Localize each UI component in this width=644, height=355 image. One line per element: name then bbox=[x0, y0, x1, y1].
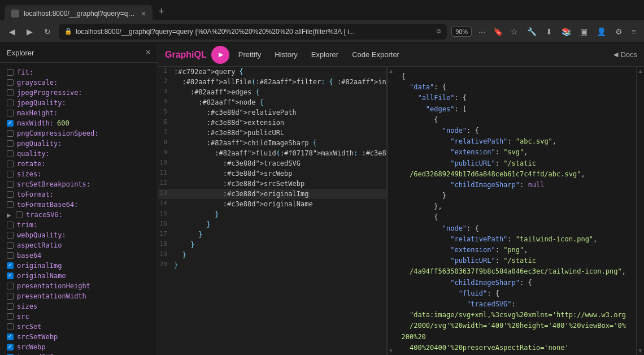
explorer-item-quality[interactable]: quality: bbox=[0, 149, 158, 159]
execute-button[interactable] bbox=[211, 46, 229, 64]
explorer-checkbox[interactable] bbox=[7, 181, 14, 188]
explorer-item-traceSVG[interactable]: ▶traceSVG: bbox=[0, 210, 158, 220]
explorer-checkbox[interactable] bbox=[7, 262, 14, 269]
explorer-item-srcSetWebp[interactable]: srcSetWebp bbox=[0, 332, 158, 342]
query-editor[interactable]: 1:#c792ea">query {2 :#82aaff">allFile(:#… bbox=[158, 67, 387, 355]
result-line: "edges": [ bbox=[402, 104, 630, 115]
graphiql-toolbar: GraphiQL Prettify History Explorer Code … bbox=[158, 43, 644, 67]
explorer-item-toFormat[interactable]: toFormat: bbox=[0, 189, 158, 200]
explorer-checkbox[interactable] bbox=[7, 272, 14, 279]
explorer-item-sizes[interactable]: sizes bbox=[0, 301, 158, 311]
explorer-checkbox[interactable] bbox=[7, 110, 14, 116]
explorer-item-jpegProgressive[interactable]: jpegProgressive: bbox=[0, 88, 158, 98]
explorer-item-label: srcSetWebp bbox=[17, 333, 58, 341]
explorer-checkbox[interactable] bbox=[7, 140, 14, 147]
editor-scroll-gutter[interactable]: ▲ ▼ bbox=[387, 67, 395, 355]
explorer-item-srcSetBreakpoints[interactable]: srcSetBreakpoints: bbox=[0, 179, 158, 189]
explorer-item-srcWebp[interactable]: srcWebp bbox=[0, 342, 158, 352]
library-icon[interactable]: 📚 bbox=[559, 25, 573, 38]
explorer-item-fit[interactable]: fit: bbox=[0, 67, 158, 77]
scroll-up-arrow[interactable]: ▲ bbox=[387, 67, 395, 75]
explorer-checkbox[interactable] bbox=[16, 211, 23, 218]
explorer-checkbox[interactable] bbox=[7, 89, 14, 96]
explorer-item-rotate[interactable]: rotate: bbox=[0, 159, 158, 169]
explorer-item-sizes[interactable]: sizes: bbox=[0, 169, 158, 179]
explorer-checkbox[interactable] bbox=[7, 130, 14, 137]
code-content: 1:#c792ea">query {2 :#82aaff">allFile(:#… bbox=[158, 67, 386, 270]
explorer-item-originalImg[interactable]: originalImg bbox=[0, 261, 158, 271]
explorer-item-src[interactable]: src bbox=[0, 311, 158, 322]
code-exporter-button[interactable]: Code Exporter bbox=[347, 48, 404, 61]
active-tab[interactable]: localhost:8000/__graphql?query=query {%0… bbox=[5, 5, 153, 22]
explorer-item-maxWidth[interactable]: maxWidth: 600 bbox=[0, 118, 158, 128]
explorer-checkbox[interactable] bbox=[7, 323, 14, 330]
explorer-item-toFormatBase64[interactable]: toFormatBase64: bbox=[0, 200, 158, 210]
explorer-item-originalName[interactable]: originalName bbox=[0, 271, 158, 281]
result-line: "relativePath": "tailwind-icon.png", bbox=[402, 234, 630, 245]
explorer-item-presentationHeight[interactable]: presentationHeight bbox=[0, 281, 158, 291]
result-line: "publicURL": "/static bbox=[402, 158, 630, 169]
download-icon[interactable]: ⬇ bbox=[543, 25, 555, 38]
explorer-checkbox[interactable] bbox=[7, 313, 14, 320]
explorer-checkbox[interactable] bbox=[7, 150, 14, 157]
scroll-down-arrow[interactable]: ▼ bbox=[387, 347, 395, 355]
explorer-checkbox[interactable] bbox=[7, 344, 14, 350]
tools-icon[interactable]: 🔧 bbox=[525, 25, 539, 38]
explorer-item-label: originalName bbox=[17, 272, 66, 280]
menu-icon[interactable]: ≡ bbox=[629, 25, 638, 38]
explorer-checkbox[interactable] bbox=[7, 171, 14, 178]
sidebar-icon[interactable]: ▣ bbox=[578, 25, 590, 38]
explorer-checkbox[interactable] bbox=[7, 303, 14, 310]
history-button[interactable]: History bbox=[270, 48, 302, 61]
explorer-item-pngCompressionSpeed[interactable]: pngCompressionSpeed: bbox=[0, 128, 158, 138]
explorer-checkbox[interactable] bbox=[7, 293, 14, 300]
explorer-item-srcSet[interactable]: srcSet bbox=[0, 322, 158, 332]
prettify-button[interactable]: Prettify bbox=[234, 48, 266, 61]
explorer-item-pngQuality[interactable]: pngQuality: bbox=[0, 138, 158, 149]
explorer-checkbox[interactable] bbox=[7, 232, 14, 239]
explorer-checkbox[interactable] bbox=[7, 334, 14, 340]
bookmark-icon[interactable]: 🔖 bbox=[491, 25, 505, 38]
explorer-checkbox[interactable] bbox=[7, 161, 14, 167]
explorer-checkbox[interactable] bbox=[7, 201, 14, 208]
explorer-checkbox[interactable] bbox=[7, 120, 14, 127]
star-icon[interactable]: ☆ bbox=[508, 25, 520, 38]
profile-icon[interactable]: 👤 bbox=[594, 25, 608, 38]
result-panel[interactable]: { "data": { "allFile": { "edges": [ { "n… bbox=[395, 67, 637, 355]
explorer-checkbox[interactable] bbox=[7, 283, 14, 289]
docs-button[interactable]: ◀ Docs bbox=[613, 50, 637, 59]
explorer-item-label: maxHeight: bbox=[17, 109, 58, 117]
back-button[interactable]: ◀ bbox=[6, 25, 19, 38]
explorer-item-grayscale[interactable]: grayscale: bbox=[0, 77, 158, 88]
new-tab-button[interactable]: + bbox=[155, 6, 168, 18]
tab-favicon bbox=[11, 10, 19, 18]
reload-button[interactable]: ↻ bbox=[41, 25, 54, 38]
forward-button[interactable]: ▶ bbox=[23, 25, 36, 38]
tab-close-btn[interactable]: × bbox=[141, 9, 146, 18]
explorer-close-button[interactable]: × bbox=[146, 47, 151, 58]
explorer-checkbox[interactable] bbox=[7, 191, 14, 198]
explorer-item-trim[interactable]: trim: bbox=[0, 220, 158, 230]
explorer-item-presentationWidth[interactable]: presentationWidth bbox=[0, 291, 158, 301]
explorer-checkbox[interactable] bbox=[7, 79, 14, 86]
result-scroll-up[interactable]: ▲ bbox=[637, 67, 644, 75]
explorer-checkbox[interactable] bbox=[7, 252, 14, 259]
explorer-checkbox[interactable] bbox=[7, 242, 14, 249]
explorer-checkbox[interactable] bbox=[7, 99, 14, 106]
more-options-icon[interactable]: ··· bbox=[476, 25, 488, 38]
line-number: 14 bbox=[158, 199, 174, 209]
explorer-checkbox[interactable] bbox=[7, 69, 14, 76]
explorer-item-tracedSVG[interactable]: tracedSVG bbox=[0, 352, 158, 355]
address-bar[interactable]: 🔒 localhost:8000/__graphql?query=query {… bbox=[59, 24, 447, 40]
explorer-item-base64[interactable]: base64 bbox=[0, 250, 158, 261]
explorer-item-webpQuality[interactable]: webpQuality: bbox=[0, 230, 158, 240]
explorer-item-label: rotate: bbox=[17, 160, 46, 168]
explorer-item-jpegQuality[interactable]: jpegQuality: bbox=[0, 98, 158, 108]
explorer-button[interactable]: Explorer bbox=[307, 48, 343, 61]
explorer-item-aspectRatio[interactable]: aspectRatio bbox=[0, 240, 158, 250]
result-scroll-gutter[interactable]: ▲ ▼ bbox=[636, 67, 644, 355]
result-scroll-down[interactable]: ▼ bbox=[637, 347, 644, 355]
explorer-checkbox[interactable] bbox=[7, 222, 14, 228]
extensions-icon[interactable]: ⚙ bbox=[613, 25, 625, 38]
explorer-item-maxHeight[interactable]: maxHeight: bbox=[0, 108, 158, 118]
